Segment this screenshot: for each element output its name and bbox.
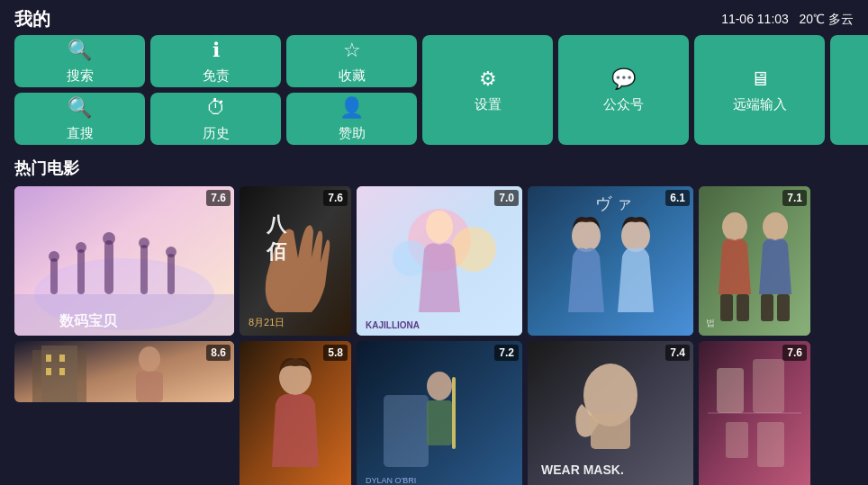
- menu-item-movies[interactable]: 🎬 电影: [830, 35, 868, 145]
- menu-item-sponsor[interactable]: 👤 赞助: [286, 93, 417, 145]
- movie-rating-row2-col1: 8.6: [206, 345, 231, 361]
- gear-icon: ⚙: [479, 67, 497, 91]
- svg-text:数码宝贝: 数码宝贝: [59, 312, 118, 328]
- svg-rect-60: [726, 422, 748, 458]
- clock-icon: ⏱: [206, 96, 226, 120]
- datetime: 11-06 11:03: [721, 12, 789, 26]
- movie-rating-row2-col5: 7.6: [782, 345, 807, 361]
- svg-rect-17: [46, 355, 51, 362]
- svg-point-3: [49, 251, 59, 262]
- star-icon: ☆: [343, 39, 361, 62]
- svg-rect-51: [720, 294, 733, 321]
- menu-item-remote-input[interactable]: 🖥 远端输入: [694, 35, 825, 145]
- direct-search-icon: 🔍: [68, 96, 92, 120]
- svg-point-5: [76, 242, 86, 253]
- svg-text:WEAR MASK.: WEAR MASK.: [541, 463, 624, 477]
- svg-point-11: [166, 247, 176, 257]
- svg-point-21: [139, 346, 160, 372]
- svg-rect-36: [384, 395, 429, 467]
- svg-point-37: [427, 372, 452, 400]
- header-datetime-weather: 11-06 11:03 20℃ 多云: [721, 12, 854, 28]
- movie-card-digimon[interactable]: 数码宝贝 7.6: [14, 186, 234, 336]
- menu-item-settings[interactable]: ⚙ 设置: [422, 35, 553, 145]
- svg-point-32: [451, 227, 496, 272]
- svg-text:8月21日: 8月21日: [249, 317, 285, 328]
- svg-point-53: [763, 212, 788, 241]
- movie-rating-digimon: 7.6: [206, 190, 231, 206]
- svg-rect-18: [59, 355, 65, 362]
- svg-point-33: [426, 211, 453, 243]
- movie-card-kajilliona[interactable]: KAJILLIONA 7.0: [357, 186, 522, 336]
- svg-rect-59: [753, 359, 784, 413]
- movie-grid: 数码宝贝 7.6: [0, 186, 868, 485]
- svg-rect-22: [136, 372, 163, 402]
- movie-card-row2-col1[interactable]: 8.6: [14, 341, 234, 402]
- svg-rect-49: [699, 186, 810, 336]
- movie-card-row2-col2[interactable]: 5.8: [240, 341, 351, 485]
- movie-column-4: ヴ ァ 6.1: [528, 186, 693, 485]
- svg-text:법: 법: [706, 318, 715, 328]
- svg-rect-20: [59, 368, 65, 375]
- movie-card-wearmask[interactable]: WEAR MASK. 7.4: [528, 341, 693, 485]
- movie-card-vi[interactable]: ヴ ァ 6.1: [528, 186, 693, 336]
- svg-rect-4: [77, 249, 85, 294]
- svg-point-43: [621, 220, 650, 252]
- svg-rect-39: [452, 377, 456, 449]
- menu-grid: 🔍 搜索 ℹ 免责 ☆ 收藏 ⚙ 设置 💬 公众号 🖥 远端输入 🎬 电影 📺 …: [0, 35, 868, 154]
- header: 我的 11-06 11:03 20℃ 多云: [0, 0, 868, 35]
- movie-rating-action: 7.1: [782, 190, 807, 206]
- wechat-icon: 💬: [611, 67, 636, 91]
- svg-rect-55: [777, 294, 790, 321]
- menu-item-disclaimer[interactable]: ℹ 免责: [150, 35, 281, 87]
- svg-point-7: [103, 232, 115, 245]
- svg-rect-10: [167, 254, 175, 294]
- hot-movies-title: 热门电影: [0, 154, 868, 186]
- movie-rating-row2-col2: 5.8: [323, 345, 348, 361]
- svg-rect-58: [717, 368, 744, 413]
- menu-item-wechat[interactable]: 💬 公众号: [558, 35, 689, 145]
- movie-rating-wearmask: 7.4: [665, 345, 690, 361]
- weather: 20℃ 多云: [800, 12, 854, 26]
- movie-column-1: 数码宝贝 7.6: [14, 186, 234, 485]
- svg-rect-8: [140, 245, 148, 294]
- movie-rating-babu: 7.6: [323, 190, 348, 206]
- svg-rect-12: [14, 294, 234, 336]
- svg-rect-6: [104, 240, 113, 294]
- svg-text:KAJILLIONA: KAJILLIONA: [366, 320, 420, 330]
- movie-column-3: KAJILLIONA 7.0: [357, 186, 522, 485]
- movie-card-action[interactable]: 법 7.1: [699, 186, 810, 336]
- movie-card-babu[interactable]: 8月21日 八 佰 7.6: [240, 186, 351, 336]
- svg-rect-19: [46, 368, 51, 375]
- sponsor-icon: 👤: [339, 96, 364, 120]
- svg-text:八: 八: [266, 213, 287, 236]
- page-title: 我的: [14, 7, 50, 31]
- svg-rect-38: [427, 400, 452, 445]
- svg-rect-61: [757, 422, 784, 467]
- svg-rect-47: [591, 413, 630, 449]
- menu-item-history[interactable]: ⏱ 历史: [150, 93, 281, 145]
- movie-column-2: 8月21日 八 佰 7.6: [240, 186, 351, 485]
- menu-item-search[interactable]: 🔍 搜索: [14, 35, 145, 87]
- movie-rating-kajilliona: 7.0: [494, 190, 519, 206]
- movie-rating-vi: 6.1: [665, 190, 690, 206]
- movie-card-dylan[interactable]: DYLAN O'BRI 7.2: [357, 341, 522, 485]
- svg-text:DYLAN O'BRI: DYLAN O'BRI: [366, 476, 416, 485]
- svg-text:佰: 佰: [266, 240, 287, 263]
- monitor-icon: 🖥: [750, 67, 770, 91]
- svg-point-50: [722, 212, 747, 241]
- svg-rect-52: [737, 294, 749, 321]
- search-icon: 🔍: [68, 39, 92, 62]
- movie-card-row2-col5[interactable]: 7.6: [699, 341, 810, 485]
- svg-point-42: [572, 220, 601, 252]
- movie-column-5: 법 7.1: [699, 186, 810, 485]
- svg-point-9: [139, 238, 149, 248]
- info-icon: ℹ: [212, 39, 220, 62]
- svg-text:ヴ ァ: ヴ ァ: [595, 194, 632, 212]
- svg-rect-2: [50, 258, 58, 294]
- menu-item-direct-search[interactable]: 🔍 直搜: [14, 93, 145, 145]
- svg-rect-54: [761, 294, 773, 321]
- movie-rating-dylan: 7.2: [494, 345, 519, 361]
- menu-item-favorites[interactable]: ☆ 收藏: [286, 35, 417, 87]
